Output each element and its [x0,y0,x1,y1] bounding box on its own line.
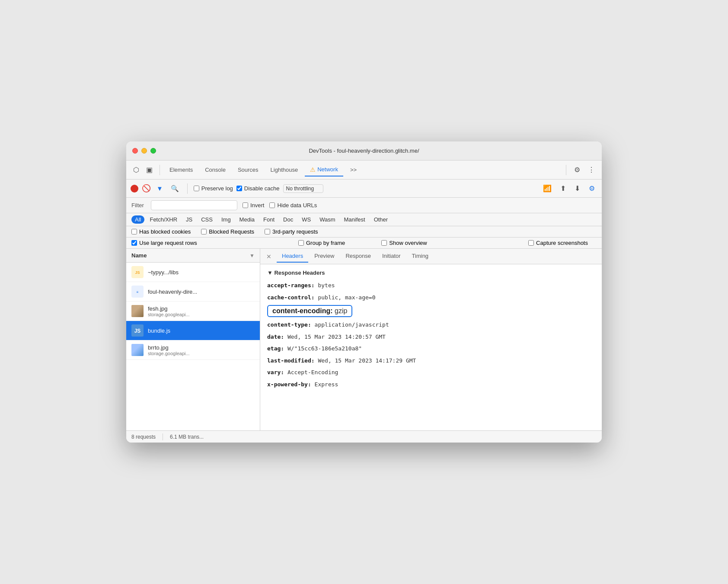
header-row-cache-control: cache-control: public, max-age=0 [267,292,595,304]
tab-initiator[interactable]: Initiator [377,250,406,263]
capture-screenshots-checkbox[interactable]: Capture screenshots [528,240,588,246]
file-list-header: Name ▼ [126,249,260,263]
download-icon[interactable]: ⬇ [572,183,583,194]
tab-network[interactable]: ⚠ Network [305,164,343,176]
list-item[interactable]: JS ~typyy.../libs [126,263,260,282]
file-list: Name ▼ JS ~typyy.../libs ≡ foul-heavenly… [126,249,260,430]
invert-checkbox[interactable]: Invert [243,202,265,209]
type-ws-button[interactable]: WS [298,215,314,224]
tab-console[interactable]: Console [200,164,231,176]
filter-row: Filter Invert Hide data URLs [126,198,602,213]
header-row-date: date: Wed, 15 Mar 2023 14:20:57 GMT [267,331,595,343]
close-detail-button[interactable]: ✕ [264,252,274,261]
tab-headers[interactable]: Headers [277,250,308,263]
list-item[interactable]: fesh.jpg storage.googleapi... [126,302,260,321]
tab-elements[interactable]: Elements [164,164,198,176]
checkbox-row-1: Has blocked cookies Blocked Requests 3rd… [126,226,602,237]
file-info: fesh.jpg storage.googleapi... [148,305,190,317]
header-row-content-type: content-type: application/javascript [267,319,595,331]
header-value: application/javascript [311,321,389,328]
more-options-icon[interactable]: ⋮ [585,164,597,176]
file-info: bundle.js [148,327,170,334]
has-blocked-cookies-checkbox[interactable]: Has blocked cookies [131,228,191,235]
record-stop-button[interactable] [131,185,138,193]
type-js-button[interactable]: JS [182,215,196,224]
large-rows-checkbox[interactable]: Use large request rows [131,240,197,246]
type-manifest-button[interactable]: Manifest [340,215,368,224]
disable-cache-checkbox[interactable]: Disable cache [236,185,280,192]
settings-blue-icon[interactable]: ⚙ [586,183,597,194]
file-icon-js: JS [131,266,144,278]
file-name: bundle.js [148,327,170,334]
wifi-icon[interactable]: 📶 [540,183,554,194]
header-row-content-encoding: content-encoding: gzip [267,305,595,317]
file-domain: storage.googleapi... [148,312,190,317]
preserve-log-checkbox[interactable]: Preserve log [194,185,233,192]
traffic-lights [132,148,156,154]
header-row-vary: vary: Accept-Encoding [267,366,595,379]
header-value: W/"15cc63-186e5a210a8" [284,345,362,352]
tab-timing[interactable]: Timing [407,250,434,263]
settings-icon[interactable]: ⚙ [572,164,583,176]
header-value: gzip [333,307,348,314]
type-font-button[interactable]: Font [260,215,278,224]
file-name: foul-heavenly-dire... [148,289,197,295]
header-name: last-modified: [267,357,315,364]
header-name: accept-ranges: [267,282,315,289]
list-item[interactable]: ≡ foul-heavenly-dire... [126,282,260,302]
tab-lighthouse[interactable]: Lighthouse [265,164,303,176]
type-other-button[interactable]: Other [370,215,392,224]
header-name: etag: [267,345,284,352]
list-item[interactable]: brrto.jpg storage.googleapi... [126,340,260,360]
filter-icon[interactable]: ▼ [154,183,165,193]
net-toolbar-right: 📶 ⬆ ⬇ ⚙ [540,183,597,194]
tab-preview[interactable]: Preview [309,250,339,263]
header-name: content-type: [267,321,311,328]
tab-response[interactable]: Response [340,250,376,263]
blocked-requests-checkbox[interactable]: Blocked Requests [201,228,254,235]
header-row-accept-ranges: accept-ranges: bytes [267,279,595,292]
third-party-checkbox[interactable]: 3rd-party requests [265,228,318,235]
type-wasm-button[interactable]: Wasm [316,215,338,224]
maximize-button[interactable] [150,148,156,154]
list-item-selected[interactable]: JS bundle.js [126,321,260,340]
type-fetchxhr-button[interactable]: Fetch/XHR [146,215,181,224]
tab-sources[interactable]: Sources [233,164,264,176]
filter-input[interactable] [151,200,237,210]
minimize-button[interactable] [141,148,147,154]
status-separator [163,433,163,440]
devtools-window: DevTools - foul-heavenly-direction.glitc… [126,141,602,443]
file-icon-doc: ≡ [131,286,144,298]
type-media-button[interactable]: Media [236,215,258,224]
header-value: Wed, 15 Mar 2023 14:17:29 GMT [315,357,416,364]
response-headers-section: ▼ Response Headers accept-ranges: bytes … [260,264,602,395]
throttling-select[interactable]: No throttling [283,184,323,193]
header-row-last-modified: last-modified: Wed, 15 Mar 2023 14:17:29… [267,355,595,367]
file-domain: storage.googleapi... [148,351,190,356]
svg-text:JS: JS [134,328,141,334]
search-icon[interactable]: 🔍 [169,183,181,194]
image-thumbnail-2 [131,344,144,356]
close-button[interactable] [132,148,138,154]
file-name: fesh.jpg [148,305,190,312]
type-img-button[interactable]: Img [218,215,234,224]
headers-list: accept-ranges: bytes cache-control: publ… [267,279,595,390]
type-all-button[interactable]: All [131,215,144,224]
group-by-frame-checkbox[interactable]: Group by frame [298,240,345,246]
filter-label: Filter [131,202,144,209]
tab-more[interactable]: >> [345,164,362,176]
inspect-icon[interactable]: ▣ [144,164,155,176]
detail-tabs: ✕ Headers Preview Response Initiator Tim… [260,249,602,264]
cursor-icon[interactable]: ⬡ [131,164,142,176]
type-doc-button[interactable]: Doc [280,215,297,224]
network-toolbar: 🚫 ▼ 🔍 Preserve log Disable cache No thro… [126,180,602,198]
section-title[interactable]: ▼ Response Headers [267,270,595,276]
hide-data-urls-checkbox[interactable]: Hide data URLs [269,202,317,209]
upload-icon[interactable]: ⬆ [558,183,568,194]
file-name: ~typyy.../libs [148,269,179,276]
block-requests-icon[interactable]: 🚫 [142,184,151,193]
toolbar-separator-1 [160,165,160,175]
type-css-button[interactable]: CSS [198,215,216,224]
file-info: foul-heavenly-dire... [148,289,197,295]
show-overview-checkbox[interactable]: Show overview [381,240,427,246]
